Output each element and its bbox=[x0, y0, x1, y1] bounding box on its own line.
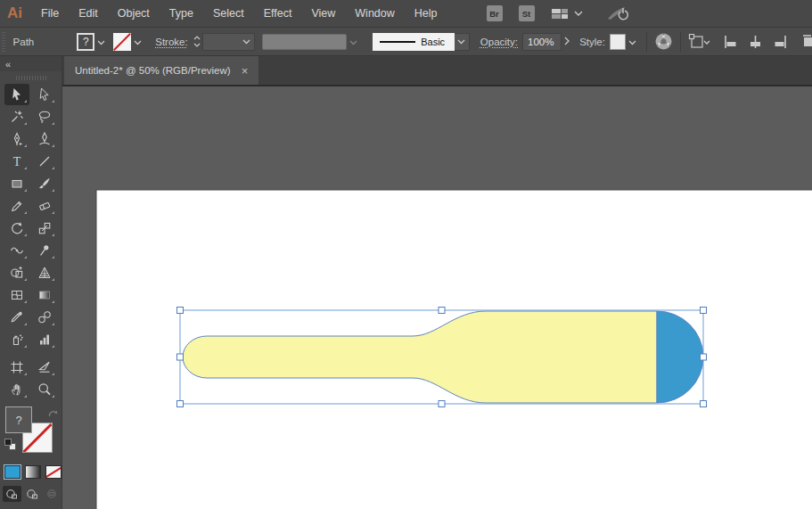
stroke-weight-stepper[interactable] bbox=[193, 36, 201, 47]
tools-grid: T bbox=[0, 82, 62, 401]
canvas-area[interactable] bbox=[62, 86, 812, 509]
transform-options-icon[interactable] bbox=[688, 34, 711, 50]
menu-file[interactable]: File bbox=[31, 7, 69, 20]
eraser-tool[interactable] bbox=[32, 195, 57, 217]
control-bar-grip[interactable] bbox=[0, 31, 8, 52]
menu-items: FileEditObjectTypeSelectEffectViewWindow… bbox=[31, 7, 447, 20]
width-tool[interactable] bbox=[4, 240, 29, 261]
document-tab-title: Untitled-2* @ 50% (RGB/Preview) bbox=[75, 65, 231, 76]
selection-handle[interactable] bbox=[439, 308, 445, 314]
stroke-color-swatch[interactable] bbox=[113, 33, 131, 51]
workspace-switcher-icon[interactable] bbox=[551, 7, 583, 21]
none-button[interactable] bbox=[45, 465, 62, 479]
shape-builder-tool[interactable] bbox=[4, 262, 29, 283]
fill-proxy-value: ? bbox=[15, 414, 21, 427]
fill-proxy-swatch[interactable]: ? bbox=[5, 406, 32, 433]
align-partial-icon[interactable] bbox=[801, 35, 812, 49]
fill-stroke-proxy: ? bbox=[4, 406, 59, 458]
style-swatch[interactable] bbox=[610, 34, 626, 50]
column-graph-tool[interactable] bbox=[32, 329, 57, 350]
paintbrush-tool[interactable] bbox=[32, 173, 57, 194]
artboard-tool[interactable] bbox=[4, 357, 29, 378]
perspective-grid-tool[interactable] bbox=[32, 262, 57, 283]
menu-select[interactable]: Select bbox=[203, 7, 254, 20]
gradient-tool[interactable] bbox=[32, 284, 57, 306]
stroke-weight-dropdown[interactable] bbox=[202, 33, 255, 51]
bridge-button[interactable]: Br bbox=[487, 5, 503, 21]
magic-wand-tool[interactable] bbox=[4, 106, 29, 127]
swap-fill-stroke-icon[interactable] bbox=[48, 406, 58, 423]
hand-tool[interactable] bbox=[4, 379, 29, 400]
brush-definition-dropdown[interactable]: Basic bbox=[373, 33, 454, 51]
blend-tool[interactable] bbox=[32, 307, 57, 328]
menu-type[interactable]: Type bbox=[160, 7, 203, 20]
menu-bar: Ai FileEditObjectTypeSelectEffectViewWin… bbox=[0, 0, 812, 27]
selection-tool[interactable] bbox=[4, 84, 29, 105]
document-tab[interactable]: Untitled-2* @ 50% (RGB/Preview) × bbox=[64, 56, 258, 85]
color-button[interactable] bbox=[4, 465, 21, 479]
puppet-warp-tool[interactable] bbox=[32, 240, 57, 261]
separator bbox=[680, 32, 681, 52]
panel-collapse-button[interactable]: « bbox=[0, 56, 62, 71]
rectangle-tool[interactable] bbox=[4, 173, 29, 194]
brush-dropdown-chevron-icon[interactable] bbox=[455, 33, 470, 51]
menu-effect[interactable]: Effect bbox=[254, 7, 302, 20]
content-area: Untitled-2* @ 50% (RGB/Preview) × bbox=[62, 56, 812, 509]
eyedropper-tool[interactable] bbox=[4, 307, 29, 328]
selection-handle[interactable] bbox=[177, 354, 184, 360]
selection-handle[interactable] bbox=[177, 401, 184, 407]
opacity-label: Opacity: bbox=[480, 37, 518, 47]
menu-right-icons: Br St bbox=[462, 4, 627, 22]
slice-tool[interactable] bbox=[32, 357, 57, 378]
draw-normal-mode[interactable] bbox=[3, 486, 21, 502]
selection-handle[interactable] bbox=[439, 401, 445, 407]
canvas-svg[interactable] bbox=[62, 86, 812, 509]
curvature-tool[interactable] bbox=[32, 128, 57, 150]
brush-stroke-preview bbox=[380, 41, 415, 43]
stroke-dropdown-chevron-icon[interactable] bbox=[131, 35, 144, 49]
selection-type-label: Path bbox=[13, 37, 35, 47]
menu-help[interactable]: Help bbox=[405, 7, 447, 20]
menu-view[interactable]: View bbox=[301, 7, 345, 20]
fill-color-swatch[interactable]: ? bbox=[77, 33, 94, 51]
opacity-popout-chevron-icon[interactable] bbox=[562, 35, 572, 49]
opacity-input[interactable]: 100% bbox=[522, 33, 562, 51]
recolor-artwork-icon[interactable] bbox=[654, 32, 673, 51]
rotate-tool[interactable] bbox=[4, 218, 29, 239]
selection-handle[interactable] bbox=[701, 401, 707, 407]
line-segment-tool[interactable] bbox=[32, 151, 57, 172]
panel-drag-grip[interactable] bbox=[16, 76, 46, 80]
gradient-button[interactable] bbox=[25, 465, 41, 479]
default-fill-stroke-icon[interactable] bbox=[4, 439, 16, 450]
selection-handle[interactable] bbox=[701, 308, 707, 314]
stock-button[interactable]: St bbox=[519, 5, 535, 21]
align-horizontal-center-icon[interactable] bbox=[748, 35, 763, 49]
direct-selection-tool[interactable] bbox=[32, 84, 57, 105]
width-profile-chevron-icon bbox=[347, 35, 360, 49]
stroke-weight-label: Stroke: bbox=[155, 37, 187, 47]
style-dropdown-chevron-icon[interactable] bbox=[626, 35, 639, 49]
draw-behind-mode[interactable] bbox=[23, 486, 42, 502]
scale-tool[interactable] bbox=[32, 218, 57, 239]
type-tool[interactable]: T bbox=[4, 151, 29, 172]
align-right-icon[interactable] bbox=[772, 35, 787, 49]
fill-dropdown-chevron-icon[interactable] bbox=[94, 35, 108, 49]
pencil-tool[interactable] bbox=[4, 195, 29, 217]
pen-tool[interactable] bbox=[4, 128, 29, 150]
menu-window[interactable]: Window bbox=[345, 7, 404, 20]
align-left-icon[interactable] bbox=[724, 35, 739, 49]
lasso-tool[interactable] bbox=[32, 106, 57, 127]
menu-edit[interactable]: Edit bbox=[69, 7, 108, 20]
symbol-sprayer-tool[interactable] bbox=[4, 329, 29, 350]
tab-close-icon[interactable]: × bbox=[242, 65, 249, 77]
selection-handle[interactable] bbox=[177, 308, 184, 314]
zoom-tool[interactable] bbox=[32, 379, 57, 400]
mesh-tool[interactable] bbox=[4, 284, 29, 306]
color-mode-buttons bbox=[0, 460, 62, 479]
menu-object[interactable]: Object bbox=[108, 7, 160, 20]
main-area: « T ? bbox=[0, 56, 812, 509]
collapse-chevrons-icon: « bbox=[5, 59, 11, 70]
draw-inside-mode[interactable] bbox=[43, 486, 62, 502]
selection-handle[interactable] bbox=[701, 354, 707, 360]
sync-settings-icon[interactable] bbox=[606, 4, 627, 22]
